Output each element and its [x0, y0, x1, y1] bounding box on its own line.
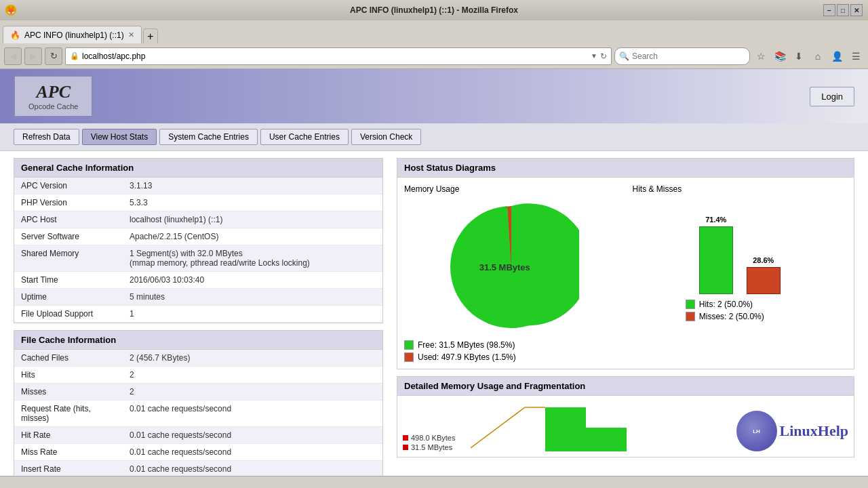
- frag-text-315: 31.5 MBytes: [411, 443, 452, 451]
- apc-logo-text: APC: [36, 82, 71, 102]
- download-icon[interactable]: ⬇: [791, 48, 807, 64]
- table-row: Request Rate (hits, misses) 0.01 cache r…: [14, 401, 382, 427]
- label-cached-files: Cached Files: [14, 350, 123, 367]
- general-cache-title: General Cache Information: [14, 159, 382, 178]
- table-row: Miss Rate 0.01 cache requests/second: [14, 444, 382, 461]
- apc-logo-subtitle: Opcode Cache: [28, 102, 78, 110]
- memory-usage-title: Memory Usage: [404, 184, 459, 194]
- value-server-software: Apache/2.2.15 (CentOS): [123, 228, 382, 245]
- table-row: PHP Version 5.3.3: [14, 195, 382, 211]
- version-check-button[interactable]: Version Check: [351, 129, 421, 145]
- legend-free-color: [404, 340, 414, 350]
- value-apc-version: 3.1.13: [123, 178, 382, 195]
- profile-icon[interactable]: 👤: [829, 48, 845, 64]
- value-apc-host: localhost (linuxhelp1) (::1): [123, 211, 382, 228]
- memory-pie-chart: 31.5 MBytes: [443, 199, 579, 335]
- detail-memory-section: Detailed Memory Usage and Fragmentation …: [397, 376, 854, 458]
- tab-favicon: 🔥: [10, 30, 20, 40]
- reload-button[interactable]: ↻: [45, 47, 62, 65]
- search-bar[interactable]: 🔍: [614, 47, 750, 65]
- table-row: Shared Memory 1 Segment(s) with 32.0 MBy…: [14, 245, 382, 272]
- apc-logo: APC Opcode Cache: [14, 75, 93, 117]
- minimize-button[interactable]: −: [823, 4, 835, 16]
- label-insert-rate: Insert Rate: [14, 461, 123, 476]
- label-hits: Hits: [14, 367, 123, 384]
- legend-used-text: Used: 497.9 KBytes (1.5%): [418, 352, 516, 362]
- search-icon: 🔍: [619, 52, 629, 61]
- url-dropdown-arrow[interactable]: ▼: [591, 52, 597, 60]
- label-shared-memory: Shared Memory: [14, 245, 123, 272]
- bookmark-star-icon[interactable]: ☆: [753, 48, 769, 64]
- hits-misses-title: Hits & Misses: [633, 184, 682, 194]
- hits-misses-diagram: Hits & Misses 71.4% 28.6%: [633, 184, 848, 362]
- legend-misses-text: Misses: 2 (50.0%): [699, 312, 764, 321]
- label-uptime: Uptime: [14, 289, 123, 306]
- file-cache-title: File Cache Information: [14, 331, 382, 350]
- label-apc-version: APC Version: [14, 178, 123, 195]
- apc-header: APC Opcode Cache Login: [0, 69, 868, 123]
- new-tab-button[interactable]: +: [143, 28, 158, 43]
- label-request-rate: Request Rate (hits, misses): [14, 401, 123, 427]
- value-misses: 2: [123, 384, 382, 401]
- value-php-version: 5.3.3: [123, 195, 382, 211]
- bar-chart: 71.4% 28.6%: [686, 199, 794, 294]
- table-row: Server Software Apache/2.2.15 (CentOS): [14, 228, 382, 245]
- left-panel: General Cache Information APC Version 3.…: [14, 158, 383, 469]
- value-request-rate: 0.01 cache requests/second: [123, 401, 382, 427]
- bookmark-icon[interactable]: 📚: [772, 48, 788, 64]
- right-panel: Host Status Diagrams Memory Usage: [397, 158, 854, 469]
- hits-bar: [699, 226, 733, 294]
- system-cache-entries-button[interactable]: System Cache Entries: [159, 129, 258, 145]
- label-hit-rate: Hit Rate: [14, 427, 123, 444]
- host-status-section: Host Status Diagrams Memory Usage: [397, 158, 854, 369]
- frag-label-498: 498.0 KBytes: [403, 434, 464, 442]
- hits-pct: 71.4%: [705, 216, 726, 224]
- refresh-icon[interactable]: ↻: [600, 52, 607, 61]
- status-bar: [0, 476, 868, 488]
- back-button[interactable]: ◀: [4, 47, 22, 65]
- linuxhelp-brand-text: LinuxHelp: [780, 422, 848, 440]
- title-bar: 🦊 APC INFO (linuxhelp1) (::1) - Mozilla …: [0, 0, 868, 20]
- value-insert-rate: 0.01 cache requests/second: [123, 461, 382, 476]
- forward-button[interactable]: ▶: [24, 47, 42, 65]
- table-row: APC Host localhost (linuxhelp1) (::1): [14, 211, 382, 228]
- firefox-icon: 🦊: [5, 5, 16, 16]
- value-file-upload: 1: [123, 306, 382, 323]
- refresh-data-button[interactable]: Refresh Data: [14, 129, 79, 145]
- linuxhelp-logo: LH LinuxHelp: [736, 411, 848, 451]
- maximize-button[interactable]: □: [837, 4, 849, 16]
- frag-svg: [471, 401, 647, 451]
- hits-bar-item: 71.4%: [699, 216, 733, 294]
- memory-legend: Free: 31.5 MBytes (98.5%) Used: 497.9 KB…: [404, 340, 516, 362]
- label-start-time: Start Time: [14, 272, 123, 289]
- frag-dot-315: [403, 445, 408, 450]
- label-apc-host: APC Host: [14, 211, 123, 228]
- frag-line: [471, 407, 545, 448]
- active-tab[interactable]: 🔥 APC INFO (linuxhelp1) (::1) ✕: [3, 26, 142, 43]
- url-input[interactable]: [82, 52, 588, 61]
- login-button[interactable]: Login: [810, 87, 854, 106]
- window-controls[interactable]: − □ ✕: [823, 4, 863, 16]
- value-shared-memory: 1 Segment(s) with 32.0 MBytes(mmap memor…: [123, 245, 382, 272]
- menu-icon[interactable]: ☰: [848, 48, 864, 64]
- legend-hits-color: [686, 300, 695, 309]
- search-input[interactable]: [632, 52, 745, 61]
- linuxhelp-circle-icon: LH: [736, 411, 777, 451]
- legend-used: Used: 497.9 KBytes (1.5%): [404, 352, 516, 362]
- close-button[interactable]: ✕: [850, 4, 863, 16]
- home-icon[interactable]: ⌂: [810, 48, 826, 64]
- nav-bar: ◀ ▶ ↻ 🔒 ▼ ↻ 🔍 ☆ 📚 ⬇ ⌂ 👤 ☰: [0, 43, 868, 69]
- file-cache-section: File Cache Information Cached Files 2 (4…: [14, 330, 383, 476]
- view-host-stats-button[interactable]: View Host Stats: [82, 129, 157, 145]
- label-php-version: PHP Version: [14, 195, 123, 211]
- nav-icons: ☆ 📚 ⬇ ⌂ 👤 ☰: [753, 48, 864, 64]
- value-hit-rate: 0.01 cache requests/second: [123, 427, 382, 444]
- frag-chart-area: [471, 401, 660, 451]
- value-uptime: 5 minutes: [123, 289, 382, 306]
- legend-used-color: [404, 352, 414, 362]
- address-bar[interactable]: 🔒 ▼ ↻: [65, 47, 612, 65]
- tab-close-button[interactable]: ✕: [128, 30, 134, 39]
- tab-bar: 🔥 APC INFO (linuxhelp1) (::1) ✕ +: [0, 20, 868, 43]
- label-file-upload: File Upload Support: [14, 306, 123, 323]
- user-cache-entries-button[interactable]: User Cache Entries: [260, 129, 349, 145]
